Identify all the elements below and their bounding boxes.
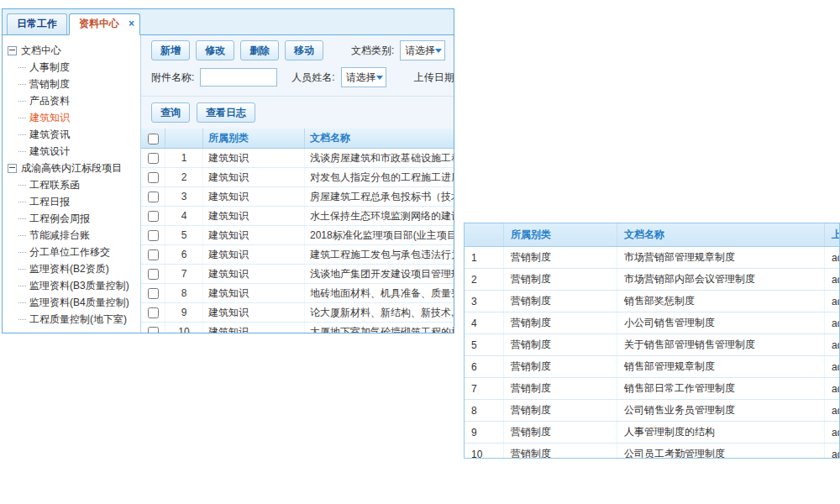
table-row[interactable]: 2 建筑知识 对发包人指定分包的工程施工进度安排... (141, 168, 454, 187)
tree-item-label: 建筑设计 (29, 144, 70, 159)
table-row[interactable]: 6 营销制度 销售部管理规章制度 admin (465, 356, 840, 378)
row-index-header (165, 129, 203, 149)
category-cell: 建筑知识 (203, 303, 305, 323)
chevron-down-icon (376, 76, 383, 80)
tree-item-label: 工程例会周报 (29, 212, 90, 226)
move-button[interactable]: 移动 (285, 40, 323, 60)
marketing-documents-table: 所属别类 文档名称 上传... 1 营销制度 市场营销部管理规章制度 admin (464, 223, 840, 459)
row-index-cell: 10 (465, 444, 504, 459)
tree-item[interactable]: 工程联系函 (8, 176, 139, 193)
uploader-cell: admin (825, 400, 840, 422)
tree-item[interactable]: 人事制度 (8, 59, 139, 76)
tree-item[interactable]: 营销制度 (8, 76, 139, 92)
action-row: 查询 查看日志 (141, 97, 454, 129)
person-name-select[interactable]: 请选择 (341, 67, 386, 87)
tab-daily-work[interactable]: 日常工作 (7, 13, 67, 35)
category-header[interactable]: 所属别类 (504, 223, 617, 247)
row-checkbox[interactable] (148, 249, 159, 260)
view-log-button[interactable]: 查看日志 (197, 102, 255, 123)
table-row[interactable]: 7 营销制度 销售部日常工作管理制度 admin (465, 378, 840, 400)
table-row[interactable]: 7 建筑知识 浅谈地产集团开发建设项目管理规划编... (141, 265, 454, 284)
category-cell: 营销制度 (504, 312, 617, 334)
row-checkbox[interactable] (148, 288, 159, 299)
tree-item[interactable]: 成渝高铁内江标段项目 (8, 160, 139, 176)
table-row[interactable]: 2 营销制度 市场营销部内部会议管理制度 admin (465, 269, 840, 291)
row-index-cell: 5 (465, 334, 504, 356)
checkbox-cell (141, 284, 165, 303)
uploader-header[interactable]: 上传... (825, 223, 840, 247)
table-row[interactable]: 5 建筑知识 2018标准化监理项目部(业主项目部)人员... (141, 226, 454, 245)
query-button[interactable]: 查询 (151, 102, 190, 123)
tree-item[interactable]: 监理资料(B2资质) (8, 260, 139, 277)
doc-name-cell: 浅谈房屋建筑和市政基础设施工程施工... (305, 149, 454, 168)
table-row[interactable]: 8 建筑知识 地砖地面材料、机具准备、质量要求及... (141, 284, 454, 303)
row-checkbox[interactable] (148, 172, 159, 183)
select-all-checkbox[interactable] (148, 134, 159, 144)
table-row[interactable]: 3 营销制度 销售部奖惩制度 admin (465, 291, 840, 312)
tree-item[interactable]: 监理资料(B4质量控制) (8, 294, 139, 311)
add-button[interactable]: 新增 (151, 40, 190, 60)
table-row[interactable]: 9 营销制度 人事管理制度的结构 admin (465, 422, 840, 444)
tree-item[interactable]: 建筑设计 (8, 143, 139, 160)
chevron-down-icon (435, 49, 442, 53)
main-area: 新增 修改 删除 移动 文档类别: 请选择 文档 附件名称: (141, 35, 454, 333)
row-checkbox[interactable] (148, 192, 159, 202)
doc-name-cell: 大厦地下室加气砼墙砌筑工程的施工方... (305, 323, 454, 334)
collapse-icon[interactable] (8, 46, 17, 55)
row-index-cell: 7 (465, 378, 504, 400)
tree-item[interactable]: 工程例会周报 (8, 210, 139, 227)
attachment-name-input[interactable] (200, 68, 277, 87)
edit-button[interactable]: 修改 (196, 40, 234, 60)
row-checkbox[interactable] (148, 211, 159, 222)
row-checkbox[interactable] (148, 307, 159, 318)
category-header[interactable]: 所属别类 (203, 129, 305, 149)
checkbox-cell (141, 245, 165, 265)
table-row[interactable]: 4 建筑知识 水土保持生态环境监测网络的建设与资... (141, 207, 454, 226)
table-row[interactable]: 8 营销制度 公司销售业务员管理制度 admin (465, 400, 840, 422)
table-row[interactable]: 3 建筑知识 房屋建筑工程总承包投标书（技术标）... (141, 187, 454, 207)
table-row[interactable]: 1 营销制度 市场营销部管理规章制度 admin (465, 247, 840, 269)
table-row[interactable]: 10 建筑知识 大厦地下室加气砼墙砌筑工程的施工方... (141, 323, 454, 334)
table-row[interactable]: 6 建筑知识 建筑工程施工发包与承包违法行为认定... (141, 245, 454, 265)
tree-item[interactable]: 节能减排台账 (8, 227, 139, 244)
tree-item[interactable]: 分工单位工作移交 (8, 244, 139, 260)
grid-header-row: 所属别类 文档名称 上传... (465, 223, 840, 247)
delete-button[interactable]: 删除 (240, 40, 279, 60)
tree-item[interactable]: 工程日报 (8, 193, 139, 210)
tab-data-center[interactable]: 资料中心 × (69, 13, 140, 35)
checkbox-cell (141, 303, 165, 323)
tree-item[interactable]: 建筑知识 (8, 109, 139, 126)
row-checkbox[interactable] (148, 230, 159, 241)
tree-item-label: 营销制度 (29, 77, 70, 92)
tree-item[interactable]: 产品资料 (8, 92, 139, 109)
tree-item[interactable]: 工程质量控制(地下室) (8, 311, 139, 328)
tree-item[interactable]: 建筑资讯 (8, 126, 139, 143)
row-checkbox[interactable] (148, 327, 159, 333)
row-checkbox[interactable] (148, 153, 159, 164)
table-row[interactable]: 4 营销制度 小公司销售管理制度 admin (465, 312, 840, 334)
tab-close-icon[interactable]: × (129, 14, 134, 33)
category-cell: 建筑知识 (203, 265, 305, 284)
doc-name-header[interactable]: 文档名称 (617, 223, 825, 247)
uploader-cell: admin (825, 444, 840, 459)
tree-item[interactable]: 监理资料(B3质量控制) (8, 277, 139, 294)
row-index-header (465, 223, 504, 247)
table-row[interactable]: 5 营销制度 关于销售部管理销售管理制度 admin (465, 334, 840, 356)
tree-item-label: 工程日报 (29, 195, 70, 209)
uploader-cell: admin (825, 422, 840, 444)
doc-name-cell: 市场营销部管理规章制度 (617, 247, 825, 269)
panel-body: 文档中心 人事制度 营销制度 产品资料 (3, 35, 454, 333)
category-cell: 建筑知识 (203, 245, 305, 265)
doc-category-value: 请选择 (405, 44, 435, 58)
collapse-icon[interactable] (8, 164, 17, 173)
doc-name-header[interactable]: 文档名称 (305, 129, 454, 149)
doc-name-cell: 水土保持生态环境监测网络的建设与资... (305, 207, 454, 226)
table-row[interactable]: 9 建筑知识 论大厦新材料、新结构、新技术, 新工... (141, 303, 454, 323)
row-index-cell: 2 (165, 168, 203, 187)
table-row[interactable]: 1 建筑知识 浅谈房屋建筑和市政基础设施工程施工... (141, 149, 454, 168)
table-row[interactable]: 10 营销制度 公司员工考勤管理制度 admin (465, 444, 840, 459)
checkbox-cell (141, 168, 165, 187)
doc-category-select[interactable]: 请选择 (400, 40, 445, 60)
row-checkbox[interactable] (148, 269, 159, 280)
tree-item[interactable]: 文档中心 (8, 42, 139, 59)
